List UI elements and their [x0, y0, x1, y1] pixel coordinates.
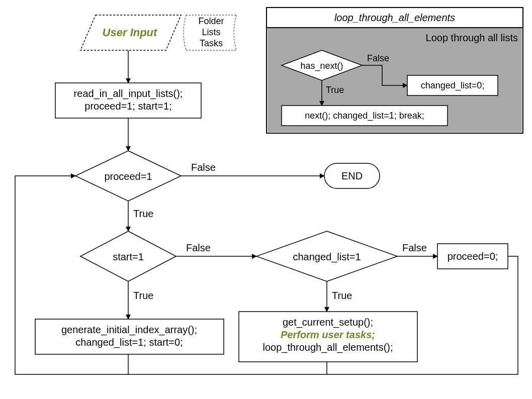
svg-text:loop_through_all_elements();: loop_through_all_elements(); [262, 342, 393, 353]
inset-next-box: next(); changed_list=1; break; [282, 106, 448, 126]
proceed-false-label: False [191, 162, 216, 173]
start-true-label: True [133, 290, 153, 301]
svg-text:Perform user tasks;: Perform user tasks; [281, 329, 375, 340]
svg-text:Folder: Folder [198, 16, 224, 26]
svg-text:END: END [341, 170, 363, 181]
svg-text:generate_initial_index_array(): generate_initial_index_array(); [61, 324, 197, 336]
proceed-decision: proceed=1 [75, 151, 181, 201]
start-decision: start=1 [80, 231, 176, 281]
arrow-get-loop [128, 362, 327, 374]
svg-text:has_next(): has_next() [300, 61, 343, 71]
svg-text:proceed=1; start=1;: proceed=1; start=1; [84, 101, 171, 112]
user-input-node: User Input [80, 15, 181, 50]
changed-true-label: True [332, 290, 352, 301]
svg-text:next(); changed_list=1; break;: next(); changed_list=1; break; [305, 111, 424, 121]
svg-text:proceed=0;: proceed=0; [448, 251, 498, 262]
inset-changed0-box: changed_list=0; [407, 75, 498, 95]
changed-false-label: False [402, 242, 427, 253]
generate-box: generate_initial_index_array(); changed_… [35, 319, 224, 354]
inset-panel: loop_through_all_elements Loop through a… [267, 8, 523, 133]
proceed0-box: proceed=0; [437, 244, 508, 269]
folder-annotation: Folder Lists Tasks [184, 15, 236, 50]
svg-text:changed_list=0;: changed_list=0; [421, 80, 485, 91]
svg-text:Lists: Lists [202, 27, 220, 37]
inset-true-label: True [326, 85, 344, 95]
inset-false-label: False [367, 53, 389, 63]
inset-title: loop_through_all_elements [334, 12, 455, 23]
svg-text:read_in_all_input_lists();: read_in_all_input_lists(); [74, 88, 183, 99]
flowchart-diagram: loop_through_all_elements Loop through a… [0, 0, 532, 399]
svg-text:get_current_setup();: get_current_setup(); [283, 317, 373, 328]
start-false-label: False [186, 242, 211, 253]
svg-text:start=1: start=1 [113, 251, 144, 262]
svg-text:proceed=1: proceed=1 [104, 171, 152, 182]
proceed-true-label: True [133, 208, 153, 219]
getcurrent-box: get_current_setup(); Perform user tasks;… [239, 312, 417, 362]
readin-box: read_in_all_input_lists(); proceed=1; st… [55, 83, 201, 118]
svg-text:changed_list=1: changed_list=1 [293, 251, 361, 263]
end-terminal: END [324, 163, 380, 188]
inset-subtitle: Loop through all lists [426, 32, 518, 43]
svg-text:User Input: User Input [103, 26, 158, 39]
changedlist-decision: changed_list=1 [256, 231, 397, 281]
svg-text:Tasks: Tasks [200, 38, 223, 48]
svg-text:changed_list=1; start=0;: changed_list=1; start=0; [75, 337, 183, 348]
